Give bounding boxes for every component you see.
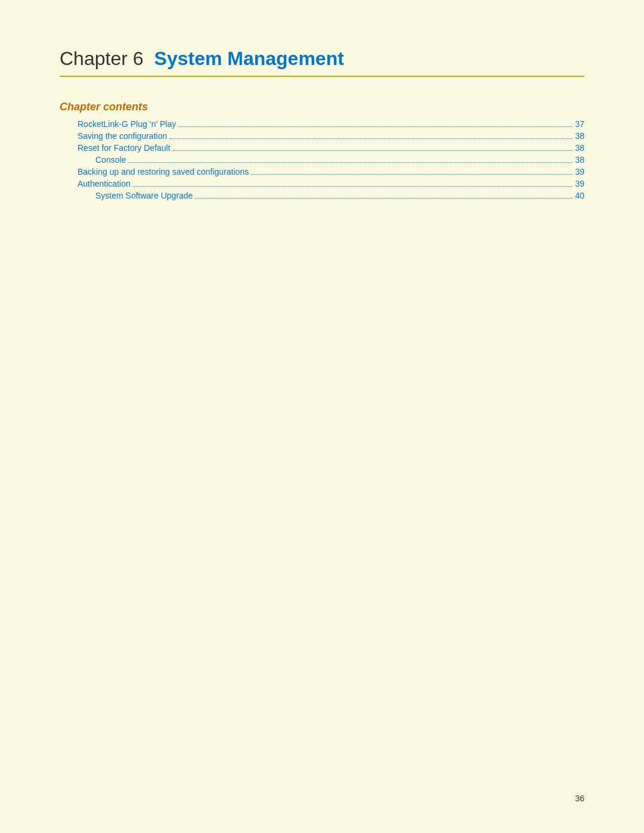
toc-item[interactable]: Authentication39 [60,179,584,188]
chapter-contents-heading: Chapter contents [60,101,584,113]
toc-page-number: 38 [575,131,584,141]
toc-page-number: 38 [575,143,584,153]
toc-link[interactable]: Authentication [78,179,131,188]
table-of-contents: Chapter contents RocketLink-G Plug ‘n’ P… [60,101,584,200]
toc-link[interactable]: System Software Upgrade [95,191,193,200]
toc-page-number: 38 [575,155,584,165]
toc-link[interactable]: Reset for Factory Default [78,143,171,153]
toc-item[interactable]: Saving the configuration38 [60,131,584,141]
toc-link[interactable]: Saving the configuration [78,131,167,141]
toc-items-container: RocketLink-G Plug ‘n’ Play37Saving the c… [60,119,584,200]
toc-page-number: 39 [575,179,584,188]
toc-link[interactable]: RocketLink-G Plug ‘n’ Play [78,119,176,129]
toc-dots [128,162,572,163]
toc-item[interactable]: Console38 [60,155,584,165]
toc-page-number: 37 [575,119,584,129]
chapter-label: Chapter 6 [60,48,144,70]
toc-dots [178,126,572,127]
toc-page-number: 40 [575,191,584,200]
toc-page-number: 39 [575,167,584,176]
toc-dots [173,150,573,151]
toc-item[interactable]: Reset for Factory Default38 [60,143,584,153]
toc-dots [195,198,572,199]
chapter-title: System Management [154,48,344,70]
toc-dots [133,186,573,187]
toc-link[interactable]: Backing up and restoring saved configura… [78,167,249,176]
page: Chapter 6 System Management Chapter cont… [0,0,644,833]
toc-dots [169,138,572,139]
chapter-header: Chapter 6 System Management [60,48,584,77]
toc-item[interactable]: Backing up and restoring saved configura… [60,167,584,176]
toc-item[interactable]: System Software Upgrade40 [60,191,584,200]
toc-dots [251,174,572,175]
page-number: 36 [575,794,584,803]
toc-item[interactable]: RocketLink-G Plug ‘n’ Play37 [60,119,584,129]
toc-link[interactable]: Console [95,155,126,165]
